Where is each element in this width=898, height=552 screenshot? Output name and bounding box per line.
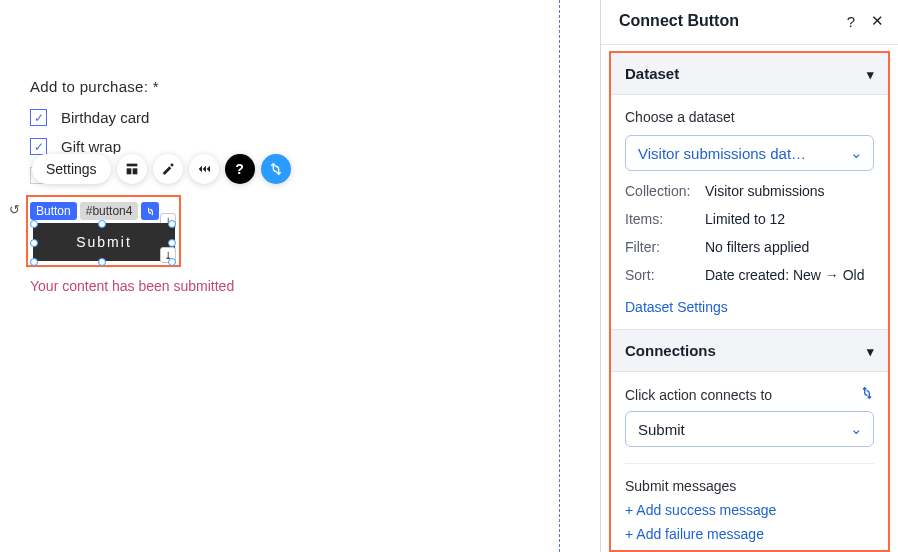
connections-section-body: Click action connects to Submit ⌄	[611, 372, 888, 455]
info-val: Limited to 12	[705, 211, 785, 227]
submit-messages-block: Submit messages + Add success message + …	[611, 464, 888, 542]
checkbox-label: Birthday card	[61, 109, 149, 126]
resize-handle[interactable]	[98, 258, 106, 266]
submit-button[interactable]: Submit	[33, 223, 175, 261]
svg-rect-1	[126, 168, 131, 174]
add-failure-message-link[interactable]: + Add failure message	[625, 526, 874, 542]
resize-handle[interactable]	[168, 258, 176, 266]
click-action-label: Click action connects to	[625, 387, 772, 403]
click-action-dropdown[interactable]: Submit ⌄	[625, 411, 874, 447]
checkbox-icon[interactable]: ✓	[30, 138, 47, 155]
info-key: Sort:	[625, 267, 699, 283]
info-row: Filter: No filters applied	[625, 239, 874, 255]
resize-handle[interactable]	[30, 258, 38, 266]
info-row: Sort: Date created: New → Old	[625, 267, 874, 283]
checkbox-icon[interactable]: ✓	[30, 109, 47, 126]
resize-handle[interactable]	[30, 239, 38, 247]
element-floating-toolbar: Settings ?	[32, 154, 291, 184]
resize-handle[interactable]	[30, 220, 38, 228]
connect-data-tool-icon[interactable]	[261, 154, 291, 184]
choose-dataset-label: Choose a dataset	[625, 109, 874, 125]
chevron-down-icon: ⌄	[850, 420, 863, 438]
dataset-dropdown-value: Visitor submissions dat…	[638, 145, 806, 162]
checkbox-row[interactable]: ✓ Gift wrap	[30, 138, 171, 155]
panel-title: Connect Button	[619, 12, 739, 30]
info-row: Items: Limited to 12	[625, 211, 874, 227]
undo-icon[interactable]: ↺	[9, 202, 27, 220]
element-id-tag: #button4	[80, 202, 139, 220]
canvas-boundary-line	[559, 0, 560, 552]
connections-section-header[interactable]: Connections	[611, 330, 888, 372]
checkbox-label: Gift wrap	[61, 138, 121, 155]
dataset-section-body: Choose a dataset Visitor submissions dat…	[611, 95, 888, 323]
info-key: Collection:	[625, 183, 699, 199]
resize-handle[interactable]	[168, 220, 176, 228]
submit-messages-label: Submit messages	[625, 478, 874, 494]
close-icon[interactable]: ✕	[871, 12, 884, 30]
add-success-message-link[interactable]: + Add success message	[625, 502, 874, 518]
connection-swap-icon[interactable]	[860, 386, 874, 403]
selection-tag-bar: Button #button4	[30, 202, 159, 220]
layout-tool-icon[interactable]	[117, 154, 147, 184]
form-title: Add to purchase: *	[30, 78, 171, 95]
info-row: Collection: Visitor submissions	[625, 183, 874, 199]
animation-tool-icon[interactable]	[189, 154, 219, 184]
svg-rect-0	[126, 164, 137, 167]
dataset-settings-link[interactable]: Dataset Settings	[625, 299, 728, 315]
submit-button-label: Submit	[76, 234, 132, 250]
click-action-value: Submit	[638, 421, 685, 438]
info-val: Date created: New → Old	[705, 267, 865, 283]
panel-header: Connect Button ? ✕	[601, 0, 898, 45]
svg-point-3	[170, 164, 173, 167]
info-val: No filters applied	[705, 239, 809, 255]
element-type-tag: Button	[30, 202, 77, 220]
info-val: Visitor submissions	[705, 183, 825, 199]
editor-canvas: Add to purchase: * ✓ Birthday card ✓ Gif…	[0, 0, 560, 552]
resize-handle[interactable]	[98, 220, 106, 228]
connect-panel: Connect Button ? ✕ Dataset Choose a data…	[600, 0, 898, 552]
info-key: Items:	[625, 211, 699, 227]
svg-rect-2	[132, 168, 137, 174]
chevron-down-icon: ⌄	[850, 144, 863, 162]
chevron-down-icon	[867, 342, 874, 359]
dataset-section-header[interactable]: Dataset	[611, 53, 888, 95]
chevron-down-icon	[867, 65, 874, 82]
dataset-dropdown[interactable]: Visitor submissions dat… ⌄	[625, 135, 874, 171]
form-status-message: Your content has been submitted	[30, 278, 234, 294]
selected-element-frame[interactable]: Button #button4 ⤓ Submit ⤓	[26, 195, 181, 267]
panel-body-highlight: Dataset Choose a dataset Visitor submiss…	[609, 51, 890, 552]
connections-heading: Connections	[625, 342, 716, 359]
info-key: Filter:	[625, 239, 699, 255]
help-icon[interactable]: ?	[847, 13, 855, 30]
resize-handle[interactable]	[168, 239, 176, 247]
help-tool-icon[interactable]: ?	[225, 154, 255, 184]
tag-connect-icon[interactable]	[141, 202, 159, 220]
design-tool-icon[interactable]	[153, 154, 183, 184]
dataset-heading: Dataset	[625, 65, 679, 82]
checkbox-row[interactable]: ✓ Birthday card	[30, 109, 171, 126]
settings-button[interactable]: Settings	[32, 154, 111, 184]
